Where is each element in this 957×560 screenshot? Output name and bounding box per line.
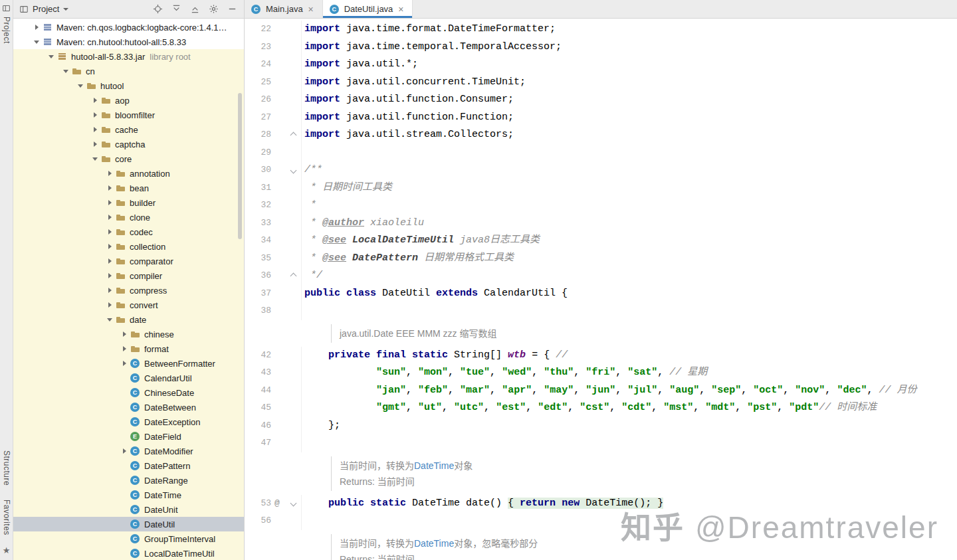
tool-window-button-structure[interactable]: Structure [2,450,11,486]
project-tool-window-icon[interactable] [1,3,11,13]
code-line[interactable]: 22import java.time.format.DateTimeFormat… [245,21,957,39]
tree-item-aop[interactable]: aop [13,93,244,108]
code-line[interactable]: 32 * [245,197,957,215]
chevron-right-icon[interactable] [90,137,100,151]
tool-window-button-project[interactable]: Project [2,17,11,44]
chevron-down-icon[interactable] [47,49,56,64]
code-line[interactable]: 53@ public static DateTime date() { retu… [245,495,957,513]
code-line[interactable]: 47 [245,434,957,452]
tree-item-chinese[interactable]: chinese [13,327,244,341]
tree-item-datefield[interactable]: DateField [13,429,244,444]
tree-item-datebetween[interactable]: DateBetween [13,400,244,415]
tree-item-dateunit[interactable]: DateUnit [13,502,244,517]
tree-item-compress[interactable]: compress [13,283,244,298]
fold-toggle-icon[interactable] [290,167,296,173]
tree-item-captcha[interactable]: captcha [13,137,244,151]
project-view-dropdown[interactable]: Project [19,4,68,14]
chevron-down-icon[interactable] [32,35,41,49]
tree-item-datemodifier[interactable]: DateModifier [13,444,244,458]
chevron-right-icon[interactable] [90,108,100,122]
doc-link[interactable]: DateTime [414,538,454,549]
tree-item-dateutil[interactable]: DateUtil [13,517,244,531]
tree-item-cn[interactable]: cn [13,64,244,78]
code-line[interactable]: 36 */ [245,267,957,285]
code-line[interactable]: 44 "jan", "feb", "mar", "apr", "may", "j… [245,382,957,400]
tree-item-cache[interactable]: cache [13,122,244,137]
tree-item-clone[interactable]: clone [13,210,244,225]
code-line[interactable]: 24import java.util.*; [245,56,957,74]
code-line[interactable]: 45 "gmt", "ut", "utc", "est", "edt", "cs… [245,399,957,417]
code-line[interactable]: 46 }; [245,417,957,435]
code-line[interactable]: 34 * @see LocalDateTimeUtil java8日志工具类 [245,232,957,250]
chevron-right-icon[interactable] [120,356,129,371]
chevron-down-icon[interactable] [61,64,70,78]
tree-item-core[interactable]: core [13,151,244,166]
code-line[interactable]: 25import java.util.concurrent.TimeUnit; [245,74,957,92]
code-line[interactable]: 35 * @see DatePattern 日期常用格式工具类 [245,250,957,268]
chevron-right-icon[interactable] [90,122,100,137]
tree-item-maven-ch-qos-logback-logback-core-1-4-1[interactable]: Maven: ch.qos.logback:logback-core:1.4.1… [13,20,244,35]
fold-toggle-icon[interactable] [290,132,296,138]
tool-window-button-favorites[interactable]: Favorites [2,500,11,535]
chevron-down-icon[interactable] [90,151,100,166]
tree-item-daterange[interactable]: DateRange [13,473,244,488]
tab-close-icon[interactable] [396,5,405,14]
code-line[interactable]: 33 * @author xiaoleilu [245,215,957,233]
code-line[interactable]: 42 private final static String[] wtb = {… [245,347,957,365]
chevron-right-icon[interactable] [105,254,114,268]
tree-item-calendarutil[interactable]: CalendarUtil [13,371,244,385]
tree-item-hutool[interactable]: hutool [13,78,244,93]
code-line[interactable]: 28import java.util.stream.Collectors; [245,126,957,144]
tree-item-codec[interactable]: codec [13,225,244,239]
tree-item-convert[interactable]: convert [13,298,244,312]
chevron-right-icon[interactable] [105,195,114,210]
tree-item-betweenformatter[interactable]: BetweenFormatter [13,356,244,371]
code-line[interactable]: 26import java.util.function.Consumer; [245,91,957,109]
select-opened-file-icon[interactable] [153,4,163,14]
hide-icon[interactable] [227,4,237,14]
settings-icon[interactable] [209,4,219,14]
code-line[interactable]: 30/** [245,161,957,179]
tree-item-datepattern[interactable]: DatePattern [13,458,244,473]
chevron-right-icon[interactable] [105,181,114,195]
tree-scrollbar[interactable] [238,93,242,239]
chevron-right-icon[interactable] [105,268,114,283]
chevron-right-icon[interactable] [105,283,114,298]
doc-link[interactable]: DateTime [414,460,454,471]
tree-item-builder[interactable]: builder [13,195,244,210]
tree-item-bean[interactable]: bean [13,181,244,195]
tree-item-collection[interactable]: collection [13,239,244,254]
code-line[interactable]: 29 [245,144,957,162]
tree-item-localdatetimeutil[interactable]: LocalDateTimeUtil [13,546,244,560]
tree-item-datetime[interactable]: DateTime [13,488,244,502]
fold-toggle-icon[interactable] [290,272,296,279]
code-line[interactable]: 23import java.time.temporal.TemporalAcce… [245,39,957,56]
code-line[interactable]: 31 * 日期时间工具类 [245,179,957,197]
tree-item-chinesedate[interactable]: ChineseDate [13,385,244,400]
chevron-right-icon[interactable] [120,444,129,458]
tab-close-icon[interactable] [306,5,316,14]
chevron-right-icon[interactable] [120,327,129,341]
expand-all-icon[interactable] [171,4,181,14]
tree-item-comparator[interactable]: comparator [13,254,244,268]
tree-item-grouptimeinterval[interactable]: GroupTimeInterval [13,531,244,546]
tree-item-date[interactable]: date [13,312,244,327]
chevron-right-icon[interactable] [105,166,114,181]
chevron-right-icon[interactable] [105,298,114,312]
chevron-right-icon[interactable] [105,239,114,254]
tab-main-java[interactable]: Main.java [245,0,323,18]
tree-item-compiler[interactable]: compiler [13,268,244,283]
tab-dateutil-java[interactable]: DateUtil.java [323,0,413,18]
collapse-all-icon[interactable] [190,4,200,14]
tree-item-dateexception[interactable]: DateException [13,415,244,429]
chevron-right-icon[interactable] [105,210,114,225]
code-line[interactable]: 56 [245,512,957,530]
favorites-star-icon[interactable]: ★ [3,546,11,555]
chevron-down-icon[interactable] [105,312,114,327]
tree-item-annotation[interactable]: annotation [13,166,244,181]
code-line[interactable]: 38 [245,302,957,320]
code-line[interactable]: 37public class DateUtil extends Calendar… [245,285,957,303]
code-editor[interactable]: 22import java.time.format.DateTimeFormat… [245,19,957,560]
chevron-right-icon[interactable] [120,341,129,356]
code-line[interactable]: 27import java.util.function.Function; [245,109,957,127]
